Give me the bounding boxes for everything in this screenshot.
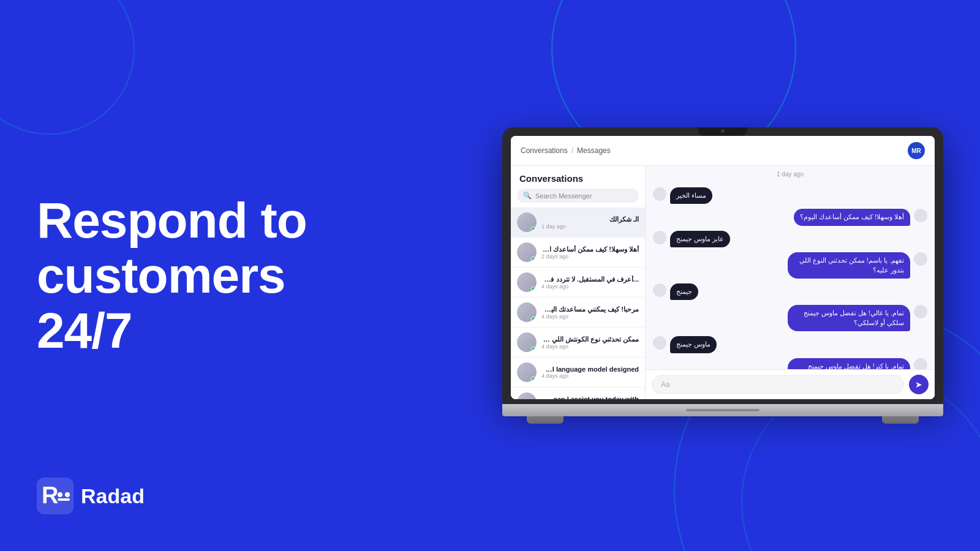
conv-time: 4 days ago [541,283,639,290]
conv-time: 4 days ago [541,343,639,350]
laptop-screen-outer: Conversations / Messages MR Conversation… [502,127,943,404]
conv-time: 1 day ago [541,223,639,230]
conv-name: How can I assist you today with... [541,395,639,399]
svg-point-3 [65,492,70,497]
message-avatar [914,252,927,266]
online-badge [531,287,536,291]
conv-info: I'm an AI language model designed ... 4 … [541,365,639,379]
message-avatar [653,336,666,350]
search-input[interactable]: Search Messenger [535,192,592,200]
message-avatar [653,231,666,244]
message-row: تمام. يا غالي! هل تفضل ماوس جيمنج سلكي أ… [653,305,927,331]
search-box[interactable]: 🔍 Search Messenger [517,189,639,203]
send-button[interactable]: ➤ [909,375,929,394]
laptop-screen: Conversations / Messages MR Conversation… [511,136,935,399]
conv-info: ممكن تحدثني نوع الكونتش اللي بدور عليه 4… [541,335,639,350]
online-badge [531,227,536,231]
conversations-list: الـ شكرالك 1 day ago أهلا وسهلا! كيف ممك… [511,208,645,399]
radad-logo-icon: R [37,478,74,514]
conv-avatar [517,362,537,382]
chat-date: 1 day ago [646,166,935,182]
svg-text:R: R [42,482,58,508]
hero-title: Respond to customers 24/7 [37,193,392,359]
laptop-camera [721,129,725,133]
message-bubble: عايز ماوس جيمنج [670,231,730,247]
message-row: عايز ماوس جيمنج [653,231,927,247]
conv-avatar [517,272,537,292]
conversation-item[interactable]: الـ شكرالك 1 day ago [511,208,645,238]
left-content-area: Respond to customers 24/7 [37,0,392,551]
online-badge [531,377,536,381]
conv-time: 4 days ago [541,373,639,379]
message-row: جيمنج [653,283,927,300]
message-bubble: جيمنج [670,283,698,300]
conv-avatar [517,392,537,399]
message-row: مساء الخير [653,187,927,204]
laptop-base-line [686,409,760,411]
online-badge [531,257,536,261]
app-topbar: Conversations / Messages MR [511,136,935,166]
conv-name: مرحبا! كيف يمكنني مساعدتك اليوم؟ [541,305,639,313]
conv-time: 2 days ago [541,253,639,260]
send-icon: ➤ [915,380,922,389]
message-avatar [653,187,666,201]
chat-panel: 1 day ago مساء الخيرأهلا وسهلا! كيف ممكن… [646,166,935,399]
logo-area: R Radad [37,478,145,514]
chat-messages: مساء الخيرأهلا وسهلا! كيف ممكن أساعدك ال… [646,182,935,369]
conversation-item[interactable]: ...أعرف في المستقبل. لا تتردد في الاتصال… [511,268,645,298]
hero-line2: customers 24/7 [37,247,285,358]
conv-name: ...أعرف في المستقبل. لا تتردد في الاتصال… [541,276,639,283]
message-row: ماوس جيمنج [653,336,927,353]
conv-avatar [517,332,537,352]
breadcrumb: Conversations / Messages [521,146,611,155]
message-avatar [653,283,666,297]
conv-name: الـ شكرالك [541,216,639,223]
conversation-item[interactable]: How can I assist you today with... 4 day… [511,388,645,399]
message-avatar [914,209,927,222]
conversation-item[interactable]: ممكن تحدثني نوع الكونتش اللي بدور عليه 4… [511,328,645,358]
message-bubble: أهلا وسهلا! كيف ممكن أساعدك اليوم؟ [794,209,910,225]
svg-point-2 [58,492,62,497]
conv-info: أهلا وسهلا! كيف ممكن أساعدك اليوم؟ 2 day… [541,246,639,260]
online-badge [531,317,536,321]
app-container: Conversations / Messages MR Conversation… [511,136,935,399]
search-icon: 🔍 [523,192,532,200]
breadcrumb-separator: / [571,146,573,155]
message-avatar [914,305,927,318]
laptop-foot-left [527,416,564,424]
user-avatar[interactable]: MR [908,142,925,159]
conv-info: ...أعرف في المستقبل. لا تتردد في الاتصال… [541,276,639,290]
breadcrumb-messages[interactable]: Messages [577,146,611,155]
svg-rect-4 [58,498,70,501]
laptop-wrapper: Conversations / Messages MR Conversation… [502,127,943,424]
message-avatar [914,358,927,369]
conversation-item[interactable]: I'm an AI language model designed ... 4 … [511,358,645,388]
conversation-item[interactable]: مرحبا! كيف يمكنني مساعدتك اليوم؟ 4 days … [511,298,645,328]
laptop-foot-right [882,416,919,424]
message-bubble: تمام. يا كنز! هل تفضل ماوس جيمنج سلكي أو… [788,358,910,369]
conv-info: مرحبا! كيف يمكنني مساعدتك اليوم؟ 4 days … [541,305,639,320]
conv-name: أهلا وسهلا! كيف ممكن أساعدك اليوم؟ [541,246,639,253]
logo-text: Radad [81,484,145,508]
message-bubble: مساء الخير [670,187,712,204]
laptop-feet [502,416,943,424]
laptop-notch [698,127,747,136]
online-badge [531,347,536,351]
message-row: تمام. يا كنز! هل تفضل ماوس جيمنج سلكي أو… [653,358,927,369]
chat-input[interactable]: Aa [652,375,904,394]
message-row: تفهم. يا باسم! ممكن تحدثني النوع اللي بت… [653,252,927,279]
breadcrumb-conversations[interactable]: Conversations [521,146,568,155]
conv-name: I'm an AI language model designed ... [541,365,639,373]
message-bubble: ماوس جيمنج [670,336,717,353]
conv-avatar [517,302,537,322]
laptop-frame: Conversations / Messages MR Conversation… [502,127,943,424]
hero-line1: Respond to [37,192,307,248]
conversation-item[interactable]: أهلا وسهلا! كيف ممكن أساعدك اليوم؟ 2 day… [511,238,645,268]
conv-avatar [517,242,537,262]
chat-input-area: Aa ➤ [646,369,935,399]
message-bubble: تمام. يا غالي! هل تفضل ماوس جيمنج سلكي أ… [788,305,910,331]
conv-time: 4 days ago [541,313,639,320]
conversations-header: Conversations [511,166,645,189]
message-bubble: تفهم. يا باسم! ممكن تحدثني النوع اللي بت… [788,252,910,279]
conversations-panel: Conversations 🔍 Search Messenger الـ شكر… [511,166,646,399]
